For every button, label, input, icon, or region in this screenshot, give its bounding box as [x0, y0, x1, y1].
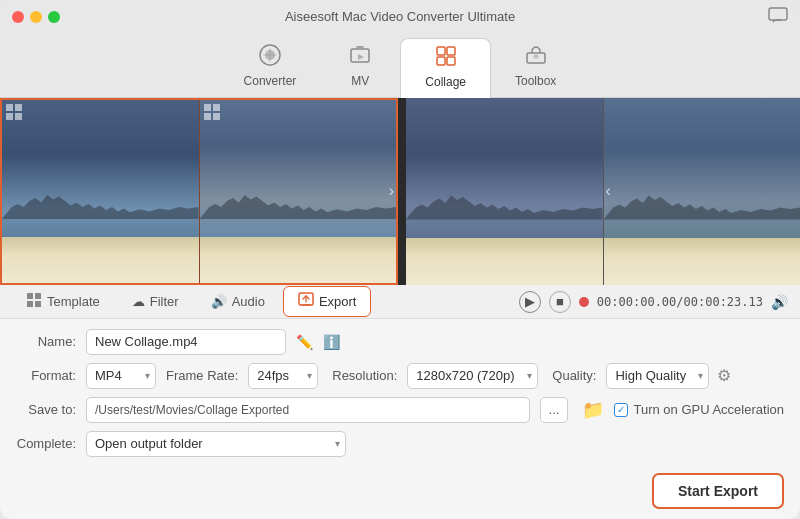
- svg-rect-5: [447, 47, 455, 55]
- quality-label: Quality:: [552, 368, 596, 383]
- gpu-label: Turn on GPU Acceleration: [633, 402, 784, 417]
- name-input[interactable]: [86, 329, 286, 355]
- svg-rect-11: [15, 104, 22, 111]
- svg-rect-17: [213, 113, 220, 120]
- complete-row: Complete: Open output folder Do nothing …: [16, 431, 784, 457]
- bottom-bar: Start Export: [0, 467, 800, 519]
- framerate-select[interactable]: 24fps: [248, 363, 318, 389]
- mv-icon: [349, 44, 371, 71]
- svg-rect-14: [204, 104, 211, 111]
- mv-label: MV: [351, 74, 369, 88]
- right-video-panel: ‹: [406, 98, 800, 285]
- svg-rect-4: [437, 47, 445, 55]
- svg-rect-10: [6, 104, 13, 111]
- name-label: Name:: [16, 334, 76, 349]
- traffic-lights: [12, 11, 60, 23]
- svg-rect-12: [6, 113, 13, 120]
- window-title: Aiseesoft Mac Video Converter Ultimate: [285, 9, 515, 24]
- subtab-export[interactable]: Export: [283, 286, 372, 317]
- gpu-checkbox[interactable]: ✓: [614, 403, 628, 417]
- svg-rect-0: [769, 8, 787, 20]
- browse-button[interactable]: ...: [540, 397, 569, 423]
- video-clip-1[interactable]: [2, 100, 199, 283]
- form-area: Name: ✏️ ℹ️ Format: MP4 ▾ Frame Rate: 24…: [0, 319, 800, 467]
- gpu-checkbox-wrap[interactable]: ✓ Turn on GPU Acceleration: [614, 402, 784, 417]
- tab-mv[interactable]: MV: [320, 38, 400, 97]
- video-preview-area: › ‹: [0, 98, 800, 285]
- collage-label: Collage: [425, 75, 466, 89]
- svg-rect-15: [213, 104, 220, 111]
- clip-grid-icon-1: [6, 104, 22, 124]
- record-indicator: [579, 297, 589, 307]
- complete-select-wrap: Open output folder Do nothing Shut down …: [86, 431, 346, 457]
- chat-icon[interactable]: [768, 7, 788, 23]
- start-export-button[interactable]: Start Export: [652, 473, 784, 509]
- quality-select[interactable]: High Quality: [606, 363, 709, 389]
- saveto-label: Save to:: [16, 402, 76, 417]
- format-select-wrap: MP4 ▾: [86, 363, 156, 389]
- resolution-label: Resolution:: [332, 368, 397, 383]
- collage-icon: [435, 45, 457, 72]
- svg-rect-13: [15, 113, 22, 120]
- toolbox-icon: [525, 44, 547, 71]
- title-bar: Aiseesoft Mac Video Converter Ultimate: [0, 0, 800, 34]
- tab-toolbox[interactable]: Toolbox: [491, 38, 580, 97]
- subtab-filter[interactable]: ☁ Filter: [118, 289, 193, 314]
- subtab-template-label: Template: [47, 294, 100, 309]
- converter-icon: [259, 44, 281, 71]
- maximize-button[interactable]: [48, 11, 60, 23]
- tab-collage[interactable]: Collage: [400, 38, 491, 98]
- subtab-audio-label: Audio: [232, 294, 265, 309]
- format-label: Format:: [16, 368, 76, 383]
- converter-label: Converter: [244, 74, 297, 88]
- filter-icon: ☁: [132, 294, 145, 309]
- complete-label: Complete:: [16, 436, 76, 451]
- stop-button[interactable]: ■: [549, 291, 571, 313]
- name-row: Name: ✏️ ℹ️: [16, 329, 784, 355]
- minimize-button[interactable]: [30, 11, 42, 23]
- framerate-label: Frame Rate:: [166, 368, 238, 383]
- video-clip-4[interactable]: ‹: [604, 98, 801, 285]
- resolution-select[interactable]: 1280x720 (720p): [407, 363, 538, 389]
- center-divider: [398, 98, 406, 285]
- svg-rect-19: [35, 293, 41, 299]
- title-bar-right: [768, 7, 788, 27]
- tab-converter[interactable]: Converter: [220, 38, 321, 97]
- play-button[interactable]: ▶: [519, 291, 541, 313]
- format-row: Format: MP4 ▾ Frame Rate: 24fps ▾ Resolu…: [16, 363, 784, 389]
- clip-grid-icon-2: [204, 104, 220, 124]
- toolbox-label: Toolbox: [515, 74, 556, 88]
- time-display: 00:00:00.00/00:00:23.13: [597, 295, 763, 309]
- close-button[interactable]: [12, 11, 24, 23]
- subtab-audio[interactable]: 🔊 Audio: [197, 289, 279, 314]
- sub-tabs-bar: Template ☁ Filter 🔊 Audio Export ▶: [0, 285, 800, 319]
- video-clip-3[interactable]: [406, 98, 603, 285]
- quality-wrap: High Quality ▾ ⚙: [606, 363, 735, 389]
- format-select[interactable]: MP4: [86, 363, 156, 389]
- saveto-path-input[interactable]: [86, 397, 530, 423]
- resolution-select-wrap: 1280x720 (720p) ▾: [407, 363, 538, 389]
- export-icon: [298, 292, 314, 311]
- subtab-template[interactable]: Template: [12, 287, 114, 316]
- svg-rect-6: [437, 57, 445, 65]
- arrow-left-icon: ‹: [606, 182, 611, 200]
- playback-controls: ▶ ■ 00:00:00.00/00:00:23.13 🔊: [519, 291, 788, 313]
- main-window: Aiseesoft Mac Video Converter Ultimate C…: [0, 0, 800, 519]
- quality-gear-button[interactable]: ⚙: [713, 365, 735, 387]
- quality-select-wrap: High Quality ▾: [606, 363, 709, 389]
- subtab-filter-label: Filter: [150, 294, 179, 309]
- edit-icon[interactable]: ✏️: [296, 334, 313, 350]
- volume-icon[interactable]: 🔊: [771, 294, 788, 310]
- left-video-panel: ›: [0, 98, 398, 285]
- arrow-right-icon: ›: [389, 182, 394, 200]
- complete-select[interactable]: Open output folder Do nothing Shut down …: [86, 431, 346, 457]
- svg-rect-16: [204, 113, 211, 120]
- template-icon: [26, 292, 42, 311]
- video-clip-2[interactable]: ›: [200, 100, 397, 283]
- info-icon[interactable]: ℹ️: [323, 334, 340, 350]
- svg-rect-18: [27, 293, 33, 299]
- subtab-export-label: Export: [319, 294, 357, 309]
- framerate-select-wrap: 24fps ▾: [248, 363, 318, 389]
- nav-tabs: Converter MV Collage: [0, 34, 800, 98]
- folder-icon[interactable]: 📁: [582, 399, 604, 421]
